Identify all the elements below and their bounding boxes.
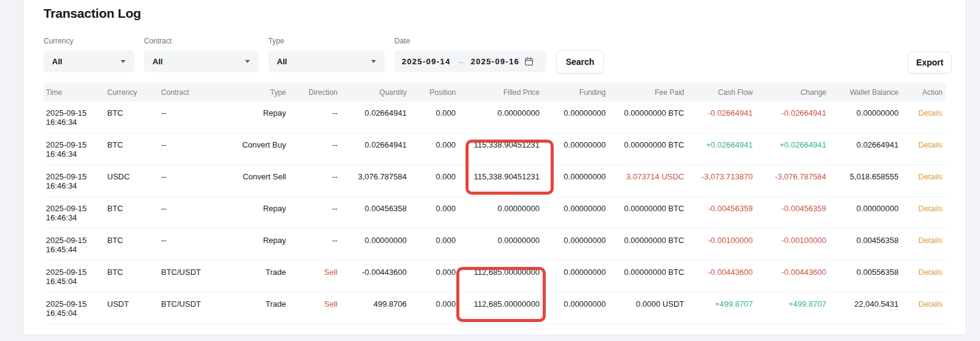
details-link[interactable]: Details <box>918 108 943 118</box>
calendar-icon <box>524 57 533 66</box>
cell-change: -0.02664941 <box>753 108 826 118</box>
cell-quantity: 0.00456358 <box>337 204 407 213</box>
cell-filled_price: 0.00000000 <box>456 236 540 245</box>
table-row: 2025-09-1516:46:34BTC--Repay--0.02664941… <box>43 102 946 133</box>
table-header: TimeCurrencyContractTypeDirectionQuantit… <box>43 83 946 102</box>
table-row: 2025-09-1516:45:04USDTBTC/USDTTradeSell4… <box>43 293 946 324</box>
table-row: 2025-09-1516:46:34BTC--Repay--0.00456358… <box>43 197 946 229</box>
cell-contract: -- <box>159 108 227 118</box>
details-link[interactable]: Details <box>918 172 943 181</box>
contract-select-value: All <box>153 57 163 66</box>
cell-time: 2025-09-1516:45:44 <box>43 236 105 254</box>
column-header-funding: Funding <box>540 88 606 97</box>
chevron-down-icon <box>245 60 250 63</box>
search-button[interactable]: Search <box>556 50 604 73</box>
cell-date-line: 2025-09-15 <box>46 172 105 181</box>
date-filter-label: Date <box>394 37 546 47</box>
chevron-down-icon <box>371 60 376 63</box>
cell-position: 0.000 <box>407 172 456 181</box>
column-header-action: Action <box>899 88 943 97</box>
cell-contract: -- <box>159 204 227 213</box>
cell-filled_price: 0.00000000 <box>456 108 540 118</box>
cell-fee_paid: 0.00000000 BTC <box>606 268 684 277</box>
column-header-wallet_balance: Wallet Balance <box>826 88 899 97</box>
cell-time-line: 16:46:34 <box>46 213 105 222</box>
contract-select[interactable]: All <box>144 50 258 72</box>
transaction-table: TimeCurrencyContractTypeDirectionQuantit… <box>43 83 946 324</box>
cell-time: 2025-09-1516:46:34 <box>43 172 105 190</box>
details-link[interactable]: Details <box>918 236 943 245</box>
type-select[interactable]: All <box>268 50 385 72</box>
column-header-time: Time <box>43 88 105 97</box>
column-header-position: Position <box>407 88 456 97</box>
type-filter-label: Type <box>268 37 385 47</box>
content-card: Transaction Log Currency All Contract Al… <box>23 0 966 335</box>
cell-change: -0.00456359 <box>753 204 826 213</box>
cell-time-line: 16:46:34 <box>46 181 105 190</box>
cell-quantity: 0.02664941 <box>337 108 407 118</box>
cell-date-line: 2025-09-15 <box>46 108 105 118</box>
currency-filter: Currency All <box>43 37 134 73</box>
cell-wallet_balance: 22,040.5431 <box>826 299 899 309</box>
cell-cash_flow: -3,073.713870 <box>684 172 753 181</box>
cell-change: -0.00100000 <box>753 236 826 245</box>
table-body: 2025-09-1516:46:34BTC--Repay--0.02664941… <box>43 102 946 324</box>
cell-time: 2025-09-1516:46:34 <box>43 140 105 159</box>
cell-position: 0.000 <box>407 108 456 118</box>
details-link[interactable]: Details <box>918 140 943 149</box>
table-row: 2025-09-1516:46:34USDC--Convert Sell--3,… <box>43 165 946 197</box>
cell-cash_flow: -0.02664941 <box>684 108 753 118</box>
chevron-down-icon <box>121 60 126 63</box>
cell-date-line: 2025-09-15 <box>46 140 105 149</box>
cell-time: 2025-09-1516:46:34 <box>43 108 105 127</box>
cell-funding: 0.00000000 <box>540 108 606 118</box>
cell-type: Trade <box>227 299 286 309</box>
details-link[interactable]: Details <box>918 204 943 213</box>
cell-position: 0.000 <box>407 299 456 309</box>
cell-quantity: 0.00000000 <box>337 236 407 245</box>
arrow-right-icon: → <box>457 57 465 66</box>
cell-time-line: 16:45:04 <box>46 277 105 286</box>
cell-time: 2025-09-1516:45:04 <box>43 299 105 318</box>
cell-wallet_balance: 0.00000000 <box>826 204 899 213</box>
cell-action: Details <box>899 108 943 118</box>
cell-action: Details <box>899 140 943 149</box>
cell-type: Convert Buy <box>227 140 286 149</box>
currency-select[interactable]: All <box>43 50 134 72</box>
cell-date-line: 2025-09-15 <box>46 268 105 277</box>
cell-contract: BTC/USDT <box>159 299 227 309</box>
cell-direction: -- <box>286 108 337 118</box>
table-row: 2025-09-1516:45:04BTCBTC/USDTTradeSell-0… <box>43 261 946 293</box>
page-title: Transaction Log <box>43 6 141 21</box>
cell-wallet_balance: 0.00000000 <box>826 108 899 118</box>
cell-funding: 0.00000000 <box>540 236 606 245</box>
cell-position: 0.000 <box>407 268 456 277</box>
cell-fee_paid: 0.00000000 BTC <box>606 108 684 118</box>
export-button[interactable]: Export <box>908 51 952 73</box>
cell-time: 2025-09-1516:46:34 <box>43 204 105 222</box>
cell-change: -0.00443600 <box>753 268 826 277</box>
cell-time-line: 16:46:34 <box>46 118 105 127</box>
type-select-value: All <box>277 57 287 66</box>
cell-type: Repay <box>227 204 286 213</box>
cell-currency: BTC <box>105 140 159 149</box>
cell-position: 0.000 <box>407 140 456 149</box>
column-header-cash_flow: Cash Flow <box>684 88 753 97</box>
cell-date-line: 2025-09-15 <box>46 299 105 309</box>
cell-fee_paid: 0.0000 USDT <box>606 299 684 309</box>
details-link[interactable]: Details <box>918 299 943 309</box>
cell-currency: BTC <box>105 268 159 277</box>
cell-time: 2025-09-1516:45:04 <box>43 268 105 286</box>
cell-type: Convert Sell <box>227 172 286 181</box>
cell-filled_price: 115,338.90451231 <box>456 172 540 181</box>
cell-contract: BTC/USDT <box>159 268 227 277</box>
cell-change: -3,076.787584 <box>753 172 826 181</box>
cell-direction: Sell <box>286 299 337 309</box>
cell-contract: -- <box>159 140 227 149</box>
details-link[interactable]: Details <box>918 268 943 277</box>
cell-fee_paid: 0.00000000 BTC <box>606 140 684 149</box>
date-range-picker[interactable]: 2025-09-14 → 2025-09-16 <box>394 50 546 72</box>
column-header-type: Type <box>227 88 286 97</box>
cell-type: Trade <box>227 268 286 277</box>
cell-direction: -- <box>286 140 337 149</box>
